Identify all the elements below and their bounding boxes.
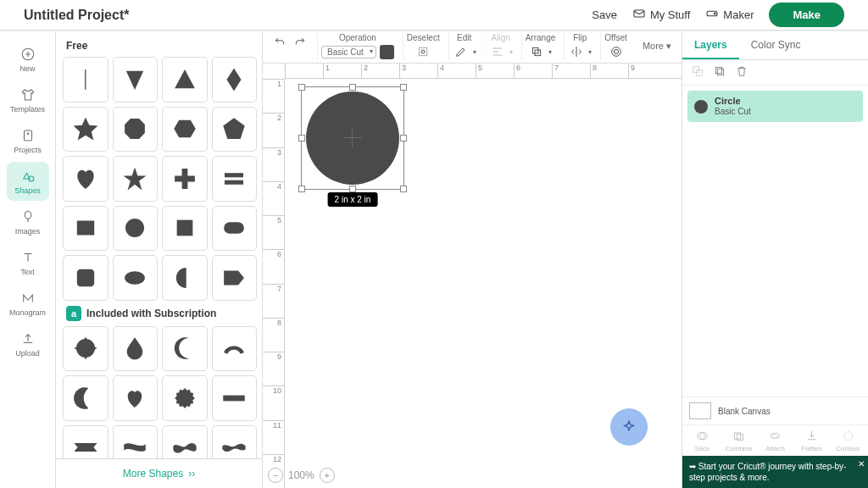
handle-bm[interactable]	[349, 186, 356, 192]
shape-half-circle[interactable]	[162, 255, 208, 301]
rail-label: Templates	[10, 105, 45, 114]
layer-row[interactable]: Circle Basic Cut	[687, 91, 863, 122]
layer-name: Circle	[715, 96, 751, 107]
rail-upload[interactable]: Upload	[7, 324, 49, 363]
svg-rect-8	[85, 69, 86, 90]
rail-new[interactable]: New	[7, 40, 49, 79]
operation-select[interactable]: Basic Cut	[321, 46, 376, 58]
machine-icon	[705, 7, 719, 23]
tip-text: ➥ Start your Cricut® journey with step-b…	[689, 462, 846, 482]
shape-pentagon[interactable]	[212, 107, 258, 152]
rail-monogram[interactable]: Monogram	[7, 284, 49, 323]
rail-text[interactable]: Text	[7, 243, 49, 282]
assistant-fab[interactable]	[610, 408, 648, 446]
more-dropdown[interactable]: More ▾	[643, 41, 671, 52]
shape-drop[interactable]	[113, 326, 159, 372]
chevrons-right-icon: ››	[188, 468, 195, 480]
shape-ellipse[interactable]	[113, 255, 159, 301]
mystuff-link[interactable]: My Stuff	[632, 7, 690, 23]
shape-square2[interactable]	[162, 206, 208, 252]
handle-br[interactable]	[400, 186, 407, 192]
svg-point-33	[844, 432, 853, 441]
shape-circle[interactable]	[113, 206, 159, 252]
selected-object[interactable]: 2 in x 2 in	[306, 92, 399, 185]
svg-rect-4	[24, 130, 31, 141]
flip-button[interactable]	[568, 43, 585, 60]
rail-images[interactable]: Images	[7, 202, 49, 241]
shape-ribbon[interactable]	[63, 425, 108, 459]
shape-pill[interactable]	[212, 206, 258, 252]
handle-tl[interactable]	[298, 84, 305, 91]
handle-tm[interactable]	[349, 84, 356, 91]
layer-op: Basic Cut	[715, 107, 751, 117]
shape-equals[interactable]	[212, 156, 258, 202]
canvas-wrap: 123456789 123456789101112 2 in x 2 in	[263, 64, 682, 488]
shape-wave2[interactable]	[212, 425, 258, 459]
tab-colorsync[interactable]: Color Sync	[739, 31, 813, 59]
shape-moon[interactable]	[162, 326, 208, 372]
zoom-value: 100%	[288, 469, 314, 481]
shape-diamond[interactable]	[212, 57, 258, 103]
layer-actions	[682, 60, 868, 86]
make-button[interactable]: Make	[769, 3, 844, 27]
rail-shapes[interactable]: Shapes	[7, 162, 49, 201]
svg-point-12	[125, 219, 144, 237]
zoom-out-button[interactable]: −	[268, 468, 283, 483]
shape-triangle-up[interactable]	[162, 57, 208, 103]
shape-seal[interactable]	[63, 326, 108, 372]
group-button[interactable]	[691, 64, 704, 80]
rail-projects[interactable]: Projects	[7, 121, 49, 160]
svg-rect-27	[715, 67, 721, 73]
shape-plus[interactable]	[162, 156, 208, 202]
shape-triangle-down[interactable]	[113, 57, 159, 103]
rail-templates[interactable]: Templates	[7, 80, 49, 119]
shape-heart2[interactable]	[113, 375, 159, 421]
svg-rect-25	[693, 67, 699, 73]
shape-star-outline[interactable]	[113, 156, 159, 202]
duplicate-button[interactable]	[713, 64, 726, 80]
shape-seal2[interactable]	[162, 375, 208, 421]
arrange-button[interactable]	[528, 43, 545, 60]
blank-canvas-label: Blank Canvas	[718, 407, 771, 416]
shape-octagon[interactable]	[113, 107, 159, 152]
handle-ml[interactable]	[298, 135, 305, 141]
canvas-area: Operation Basic Cut Deselect Edit▾ Align…	[263, 31, 682, 488]
shape-banner[interactable]	[113, 425, 159, 459]
offset-button[interactable]	[608, 43, 625, 60]
blank-canvas-row[interactable]: Blank Canvas	[682, 396, 868, 425]
shape-wave[interactable]	[162, 425, 208, 459]
delete-button[interactable]	[735, 64, 748, 80]
tab-layers[interactable]: Layers	[682, 31, 739, 59]
maker-link[interactable]: Maker	[705, 7, 754, 23]
zoom-in-button[interactable]: +	[320, 468, 335, 483]
subscription-grid	[63, 326, 257, 459]
handle-tr[interactable]	[400, 84, 407, 91]
shape-arc[interactable]	[212, 326, 258, 372]
undo-button[interactable]	[271, 33, 288, 50]
shape-line[interactable]	[63, 57, 108, 103]
save-link[interactable]: Save	[592, 8, 617, 21]
deselect-button[interactable]	[415, 43, 431, 60]
zoom-controls: − 100% +	[268, 466, 335, 485]
close-tip-button[interactable]: ✕	[858, 458, 865, 469]
shape-rounded-square[interactable]	[63, 255, 108, 301]
op-attach: Attach	[762, 429, 789, 452]
redo-button[interactable]	[292, 33, 309, 50]
more-shapes-label: More Shapes	[123, 468, 183, 480]
shape-tag[interactable]	[212, 255, 258, 301]
handle-bl[interactable]	[298, 186, 305, 192]
shape-square[interactable]	[63, 206, 108, 252]
align-button	[489, 43, 506, 60]
svg-point-5	[27, 133, 29, 135]
more-shapes-link[interactable]: More Shapes ››	[56, 458, 262, 488]
shape-hexagon[interactable]	[162, 107, 208, 152]
shape-bar[interactable]	[212, 375, 258, 421]
shape-crescent[interactable]	[63, 375, 108, 421]
canvas-stage[interactable]: 2 in x 2 in	[285, 79, 682, 463]
edit-button[interactable]	[453, 43, 470, 60]
handle-mr[interactable]	[400, 135, 407, 141]
shape-star[interactable]	[63, 107, 108, 152]
shape-heart[interactable]	[63, 156, 108, 202]
operation-color-swatch[interactable]	[380, 45, 394, 59]
history-group	[268, 33, 312, 60]
